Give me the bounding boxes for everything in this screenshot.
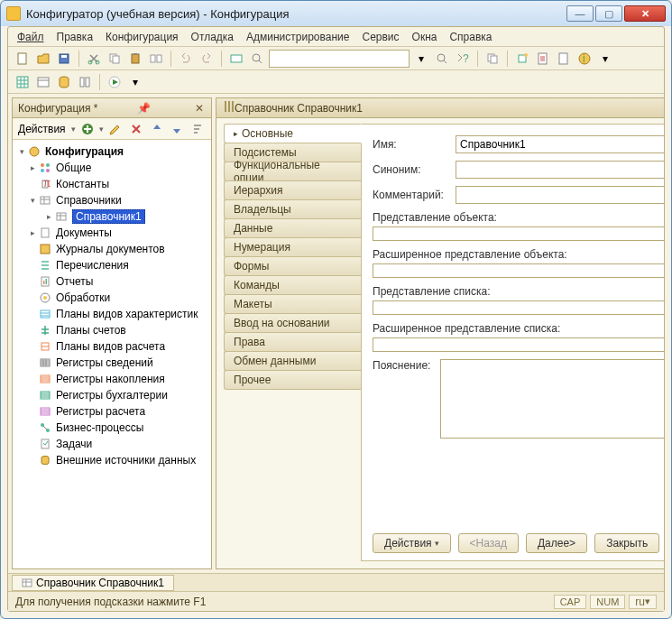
cut-icon[interactable] <box>85 50 103 68</box>
tree-item-common[interactable]: ▸Общие <box>14 160 209 176</box>
save-icon[interactable] <box>55 50 73 68</box>
tree-item-enums[interactable]: Перечисления <box>14 257 209 273</box>
tree-item-accreg[interactable]: Регистры накопления <box>14 371 209 387</box>
name-input[interactable] <box>456 135 664 153</box>
down-icon[interactable] <box>169 120 186 138</box>
edit-icon[interactable] <box>107 120 124 138</box>
add-icon[interactable] <box>79 120 97 138</box>
find-next-icon[interactable] <box>433 50 451 68</box>
tab-numbering[interactable]: Нумерация <box>224 237 361 257</box>
tab-enterby[interactable]: Ввод на основании <box>224 313 361 333</box>
search-input[interactable] <box>269 50 410 68</box>
tab-funcopts[interactable]: Функциональные опции <box>224 162 361 181</box>
table-icon[interactable] <box>34 73 52 91</box>
synonym-input[interactable] <box>456 161 664 179</box>
tab-layouts[interactable]: Макеты <box>224 294 361 314</box>
db-icon[interactable] <box>55 73 73 91</box>
tree-item-inforeg[interactable]: Регистры сведений <box>14 355 209 371</box>
menu-admin[interactable]: Администрирование <box>246 31 349 43</box>
tab-exchange[interactable]: Обмен данными <box>224 351 361 371</box>
wizard-icon[interactable] <box>513 50 531 68</box>
explanation-input[interactable] <box>440 359 664 439</box>
tab-main[interactable]: ▸Основные <box>224 124 362 143</box>
redo-icon[interactable] <box>198 50 216 68</box>
tab-other[interactable]: Прочее <box>224 370 361 390</box>
tree-item-chartacc[interactable]: Планы счетов <box>14 322 209 338</box>
statusbar: Для получения подсказки нажмите F1 CAP N… <box>8 591 664 611</box>
paste-icon[interactable] <box>126 50 144 68</box>
back-button[interactable]: <Назад <box>458 533 519 553</box>
tree-item-catalog1[interactable]: ▸Справочник1 <box>14 208 209 225</box>
tab-commands[interactable]: Команды <box>224 275 361 295</box>
tree-item-constants[interactable]: πКонстанты <box>14 176 209 192</box>
tab-forms[interactable]: Формы <box>224 256 361 276</box>
help-arrow-icon[interactable]: ? <box>454 50 472 68</box>
svg-text:π: π <box>43 178 51 189</box>
search-dd-icon[interactable]: ▾ <box>412 50 430 68</box>
menu-file[interactable]: Файл <box>17 31 44 43</box>
tree-item-processing[interactable]: Обработки <box>14 290 209 306</box>
tree-item-journals[interactable]: Журналы документов <box>14 241 209 257</box>
open-icon[interactable] <box>34 50 52 68</box>
menu-debug[interactable]: Отладка <box>191 31 234 43</box>
next-button[interactable]: Далее> <box>526 533 587 553</box>
actions-button[interactable]: Действия <box>373 533 451 553</box>
info-icon[interactable]: i <box>575 50 594 68</box>
sheet-icon[interactable] <box>555 50 573 68</box>
find-icon[interactable] <box>248 50 266 68</box>
list-repr-ext-label: Расширенное представление списка: <box>373 322 560 335</box>
tree-item-bookreg[interactable]: Регистры бухгалтерии <box>14 387 209 403</box>
tree-root[interactable]: ▾Конфигурация <box>14 143 209 160</box>
maximize-button[interactable]: ▢ <box>595 5 622 22</box>
obj-repr-input[interactable] <box>373 226 664 241</box>
obj-repr-ext-input[interactable] <box>373 263 664 278</box>
tree-item-chartchar[interactable]: Планы видов характеристик <box>14 306 209 322</box>
find-area-icon[interactable] <box>227 50 245 68</box>
list-repr-ext-input[interactable] <box>373 337 664 352</box>
run-icon[interactable] <box>106 73 124 91</box>
menu-edit[interactable]: Правка <box>57 31 94 43</box>
tab-rights[interactable]: Права <box>224 332 361 352</box>
menu-config[interactable]: Конфигурация <box>106 31 179 43</box>
close-button[interactable]: ✕ <box>624 5 666 22</box>
tree-item-documents[interactable]: ▸Документы <box>14 225 209 241</box>
tree-item-tasks[interactable]: Задачи <box>14 436 209 452</box>
pin-icon[interactable]: 📌 <box>137 102 150 115</box>
sort-icon[interactable] <box>189 120 206 138</box>
menu-service[interactable]: Сервис <box>362 31 399 43</box>
columns-icon[interactable] <box>76 73 94 91</box>
delete-icon[interactable] <box>128 120 145 138</box>
tab-hierarchy[interactable]: Иерархия <box>224 180 361 200</box>
run-dd-icon[interactable]: ▾ <box>126 73 144 91</box>
up-icon[interactable] <box>148 120 165 138</box>
svg-rect-41 <box>41 277 49 286</box>
duplicate-icon[interactable] <box>483 50 502 68</box>
menu-windows[interactable]: Окна <box>412 31 437 43</box>
undo-icon[interactable] <box>177 50 195 68</box>
list-repr-input[interactable] <box>373 300 664 315</box>
tree-item-bizproc[interactable]: Бизнес-процессы <box>14 420 209 436</box>
syntax-icon[interactable] <box>534 50 552 68</box>
info-dd-icon[interactable]: ▾ <box>596 50 614 68</box>
config-tree[interactable]: ▾Конфигурация ▸Общие πКонстанты ▾Справоч… <box>13 140 211 568</box>
status-lang[interactable]: ru ▾ <box>629 595 657 609</box>
tree-item-calcreg[interactable]: Регистры расчета <box>14 403 209 420</box>
copy-icon[interactable] <box>106 50 124 68</box>
tab-data[interactable]: Данные <box>224 218 361 238</box>
tree-item-reports[interactable]: Отчеты <box>14 273 209 290</box>
svg-text:?: ? <box>463 52 469 65</box>
tree-item-catalogs[interactable]: ▾Справочники <box>14 192 209 208</box>
tab-owners[interactable]: Владельцы <box>224 199 361 219</box>
grid-icon[interactable] <box>14 73 32 91</box>
tree-item-chartcalc[interactable]: Планы видов расчета <box>14 338 209 355</box>
config-pane-close-icon[interactable]: ✕ <box>193 102 206 115</box>
new-icon[interactable] <box>14 50 32 68</box>
minimize-button[interactable]: — <box>566 5 594 22</box>
actions-label[interactable]: Действия <box>18 123 66 135</box>
tree-item-extdata[interactable]: Внешние источники данных <box>14 452 209 468</box>
close-editor-button[interactable]: Закрыть <box>594 533 659 553</box>
comment-input[interactable] <box>456 186 664 204</box>
compare-icon[interactable] <box>147 50 165 68</box>
mdi-tab-catalog1[interactable]: Справочник Справочник1 <box>12 575 174 591</box>
menu-help[interactable]: Справка <box>449 31 492 43</box>
